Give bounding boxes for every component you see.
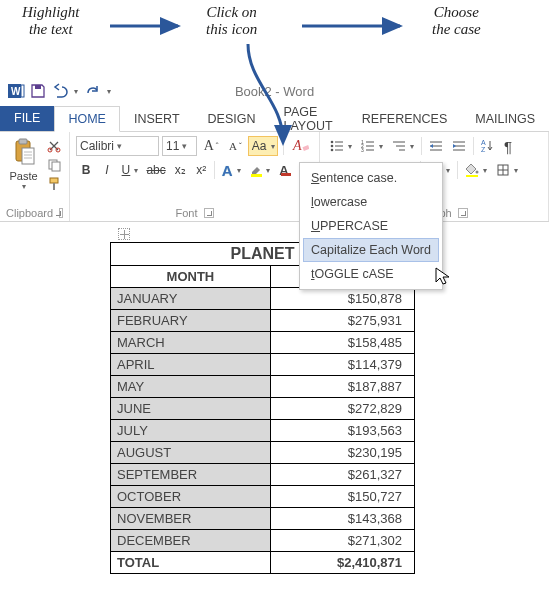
undo-split-icon[interactable]: ▾ <box>71 80 81 102</box>
italic-button[interactable]: I <box>97 160 117 180</box>
format-painter-icon[interactable] <box>45 176 63 192</box>
bold-button[interactable]: B <box>76 160 96 180</box>
show-hide-button[interactable]: ¶ <box>498 136 518 156</box>
value-cell[interactable]: $261,327 <box>270 464 414 486</box>
svg-rect-7 <box>19 139 27 144</box>
svg-text:Z: Z <box>481 146 486 153</box>
month-cell[interactable]: MAY <box>111 376 271 398</box>
document-area[interactable]: PLANET MONTH JANUARY$150,878FEBRUARY$275… <box>0 222 549 594</box>
month-cell[interactable]: MARCH <box>111 332 271 354</box>
mouse-cursor-icon <box>434 266 452 286</box>
subscript-button[interactable]: x₂ <box>170 160 190 180</box>
tab-references[interactable]: REFERENCES <box>348 105 461 131</box>
month-cell[interactable]: NOVEMBER <box>111 508 271 530</box>
copy-icon[interactable] <box>45 157 63 173</box>
month-cell[interactable]: DECEMBER <box>111 530 271 552</box>
qat-customize-icon[interactable]: ▾ <box>103 80 115 102</box>
data-table[interactable]: PLANET MONTH JANUARY$150,878FEBRUARY$275… <box>110 242 415 574</box>
paragraph-launcher-icon[interactable] <box>458 208 468 218</box>
month-cell[interactable]: AUGUST <box>111 442 271 464</box>
table-row[interactable]: AUGUST$230,195 <box>111 442 415 464</box>
font-size-combo[interactable]: 11▾ <box>162 136 197 156</box>
month-cell[interactable]: FEBRUARY <box>111 310 271 332</box>
shading-button[interactable]: ▾ <box>461 160 491 180</box>
font-launcher-icon[interactable] <box>204 208 214 218</box>
svg-point-59 <box>476 171 479 174</box>
month-cell[interactable]: APRIL <box>111 354 271 376</box>
highlight-color-button[interactable]: ▾ <box>245 160 274 180</box>
paste-label: Paste <box>9 170 37 182</box>
decrease-indent-button[interactable] <box>425 136 447 156</box>
value-cell[interactable]: $193,563 <box>270 420 414 442</box>
table-row[interactable]: JANUARY$150,878 <box>111 288 415 310</box>
menu-capitalize-each-word[interactable]: Capitalize Each Word <box>303 238 439 262</box>
save-icon[interactable] <box>27 80 49 102</box>
table-row[interactable]: APRIL$114,379 <box>111 354 415 376</box>
bullets-button[interactable]: ▾ <box>326 136 356 156</box>
menu-lowercase[interactable]: lowercase <box>303 190 439 214</box>
undo-icon[interactable] <box>49 80 71 102</box>
annotation-step2: Click onthis icon <box>206 4 257 39</box>
value-cell[interactable]: $150,878 <box>270 288 414 310</box>
grow-font-button[interactable]: Aˆ <box>200 136 222 156</box>
annotation-step3: Choosethe case <box>432 4 481 39</box>
tab-home[interactable]: HOME <box>54 106 120 132</box>
value-cell[interactable]: $150,727 <box>270 486 414 508</box>
increase-indent-button[interactable] <box>448 136 470 156</box>
total-value[interactable]: $2,410,871 <box>270 552 414 574</box>
superscript-button[interactable]: x² <box>191 160 211 180</box>
total-label[interactable]: TOTAL <box>111 552 271 574</box>
month-cell[interactable]: JULY <box>111 420 271 442</box>
table-row[interactable]: OCTOBER$150,727 <box>111 486 415 508</box>
month-cell[interactable]: SEPTEMBER <box>111 464 271 486</box>
menu-uppercase[interactable]: UPPERCASE <box>303 214 439 238</box>
svg-text:3: 3 <box>361 147 364 152</box>
value-cell[interactable]: $187,887 <box>270 376 414 398</box>
col-header-month[interactable]: MONTH <box>111 266 271 288</box>
tab-file[interactable]: FILE <box>0 105 54 131</box>
tab-mailings[interactable]: MAILINGS <box>461 105 549 131</box>
text-effects-button[interactable]: A▾ <box>218 160 244 180</box>
clipboard-launcher-icon[interactable] <box>59 208 63 218</box>
table-row[interactable]: FEBRUARY$275,931 <box>111 310 415 332</box>
month-cell[interactable]: OCTOBER <box>111 486 271 508</box>
table-row[interactable]: JULY$193,563 <box>111 420 415 442</box>
menu-sentence-case[interactable]: Sentence case. <box>303 166 439 190</box>
value-cell[interactable]: $271,302 <box>270 530 414 552</box>
svg-rect-19 <box>251 174 262 177</box>
paste-button[interactable]: Paste ▾ <box>6 136 41 192</box>
value-cell[interactable]: $114,379 <box>270 354 414 376</box>
group-clipboard-label: Clipboard <box>6 207 53 219</box>
menu-toggle-case-label: OGGLE cASE <box>314 267 393 281</box>
svg-rect-15 <box>52 162 60 171</box>
table-row[interactable]: JUNE$272,829 <box>111 398 415 420</box>
sort-button[interactable]: AZ <box>477 136 497 156</box>
table-row[interactable]: MAY$187,887 <box>111 376 415 398</box>
tab-insert[interactable]: INSERT <box>120 105 194 131</box>
arrow-icon <box>108 16 188 36</box>
borders-button[interactable]: ▾ <box>492 160 522 180</box>
table-row[interactable]: SEPTEMBER$261,327 <box>111 464 415 486</box>
value-cell[interactable]: $272,829 <box>270 398 414 420</box>
value-cell[interactable]: $158,485 <box>270 332 414 354</box>
svg-rect-16 <box>50 178 58 183</box>
month-cell[interactable]: JUNE <box>111 398 271 420</box>
value-cell[interactable]: $230,195 <box>270 442 414 464</box>
multilevel-list-button[interactable]: ▾ <box>388 136 418 156</box>
table-row[interactable]: MARCH$158,485 <box>111 332 415 354</box>
font-name-combo[interactable]: Calibri▾ <box>76 136 159 156</box>
value-cell[interactable]: $143,368 <box>270 508 414 530</box>
month-cell[interactable]: JANUARY <box>111 288 271 310</box>
redo-icon[interactable] <box>81 80 103 102</box>
svg-rect-60 <box>466 175 478 177</box>
strikethrough-button[interactable]: abc <box>143 160 169 180</box>
svg-rect-4 <box>21 85 24 97</box>
table-move-handle-icon[interactable] <box>118 228 130 240</box>
menu-toggle-case[interactable]: tOGGLE cASE <box>303 262 439 286</box>
table-row[interactable]: DECEMBER$271,302 <box>111 530 415 552</box>
cut-icon[interactable] <box>45 138 63 154</box>
value-cell[interactable]: $275,931 <box>270 310 414 332</box>
table-row[interactable]: NOVEMBER$143,368 <box>111 508 415 530</box>
underline-button[interactable]: U▾ <box>118 160 142 180</box>
numbering-button[interactable]: 123▾ <box>357 136 387 156</box>
